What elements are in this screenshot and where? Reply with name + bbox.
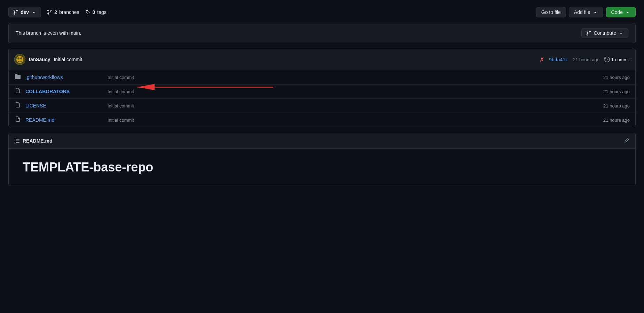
page-wrapper: dev 2 branches 0 tags [0,0,644,193]
chevron-down-icon [31,9,37,15]
commit-time: 21 hours ago [573,57,599,62]
file-time-github-workflows: 21 hours ago [591,75,630,80]
code-button[interactable]: Code [606,7,636,17]
branch-status-bar: This branch is even with main. Contribut… [8,23,636,43]
branch-icon [13,9,18,15]
commit-header-right: ✗ 9bda41c 21 hours ago 1 commit [540,56,630,63]
avatar [14,54,25,65]
commits-label: commit [615,57,630,62]
file-row-license[interactable]: LICENSE Initial commit 21 hours ago [9,99,635,113]
file-icon-readme [14,117,21,123]
file-row-github-workflows[interactable]: .github/workflows Initial commit 21 hour… [9,70,635,85]
tags-link[interactable]: 0 tags [85,9,107,15]
file-commit-msg-github-workflows: Initial commit [102,75,591,80]
add-file-button[interactable]: Add file [569,7,603,17]
commit-header-left: IanSaucy Initial commit [14,54,82,65]
svg-point-3 [20,57,22,59]
file-commit-msg-license: Initial commit [102,103,591,109]
commit-hash-link[interactable]: 9bda41c [549,57,568,62]
file-table-wrapper: IanSaucy Initial commit ✗ 9bda41c 21 hou… [8,49,636,127]
commits-count: 1 [611,57,614,62]
branches-label: branches [59,9,79,15]
file-icon-license [14,102,21,109]
readme-header-left: README.md [14,138,53,144]
commits-history-link[interactable]: 1 commit [604,57,630,62]
avatar-icon [14,54,25,65]
readme-container: README.md TEMPLATE-base-repo [8,133,636,186]
contribute-icon [586,30,591,36]
readme-header: README.md [9,133,635,149]
readme-body: TEMPLATE-base-repo [9,149,635,186]
contribute-button[interactable]: Contribute [581,28,628,38]
tag-icon [85,9,91,15]
commit-message: Initial commit [54,57,82,62]
contribute-label: Contribute [594,30,616,36]
history-icon [604,57,610,62]
file-name-readme[interactable]: README.md [25,117,102,123]
branches-count: 2 [54,9,57,15]
tags-count: 0 [93,9,95,15]
toolbar: dev 2 branches 0 tags [8,7,636,17]
readme-title: README.md [23,138,53,144]
file-commit-msg-collaborators: Initial commit [102,89,591,94]
commit-status-fail-icon: ✗ [540,56,544,63]
file-time-readme: 21 hours ago [591,118,630,123]
file-time-license: 21 hours ago [591,103,630,109]
branch-name: dev [21,9,29,15]
file-commit-msg-readme: Initial commit [102,118,591,123]
file-row-collaborators[interactable]: COLLABORATORS Initial commit 21 hours ag… [9,85,635,99]
tags-label: tags [97,9,106,15]
file-icon-collaborators [14,88,21,95]
chevron-down-icon [592,9,598,15]
branches-icon [47,9,52,15]
svg-point-2 [17,57,19,59]
file-time-collaborators: 21 hours ago [591,89,630,94]
chevron-down-icon [618,30,624,36]
branches-link[interactable]: 2 branches [47,9,79,15]
file-table: IanSaucy Initial commit ✗ 9bda41c 21 hou… [8,49,636,127]
commit-author: IanSaucy [29,57,50,62]
toolbar-left: dev 2 branches 0 tags [8,7,107,17]
commit-header: IanSaucy Initial commit ✗ 9bda41c 21 hou… [9,49,635,70]
folder-icon [14,74,21,81]
branch-status-text: This branch is even with main. [16,30,81,36]
toolbar-right: Go to file Add file Code [536,7,636,17]
file-name-collaborators[interactable]: COLLABORATORS [25,89,102,94]
readme-edit-icon[interactable] [624,137,630,144]
readme-content-title: TEMPLATE-base-repo [23,160,621,175]
chevron-down-icon [625,9,630,15]
file-name-license[interactable]: LICENSE [25,103,102,109]
go-to-file-button[interactable]: Go to file [536,7,566,17]
file-row-readme[interactable]: README.md Initial commit 21 hours ago [9,113,635,127]
file-name-github-workflows[interactable]: .github/workflows [25,74,102,80]
branch-selector[interactable]: dev [8,7,41,17]
list-icon [14,138,20,144]
